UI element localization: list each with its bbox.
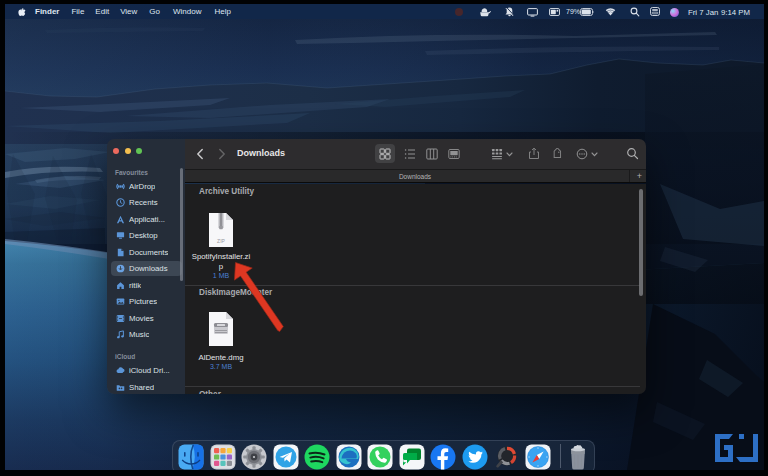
svg-text:ZIP: ZIP [217,238,225,244]
